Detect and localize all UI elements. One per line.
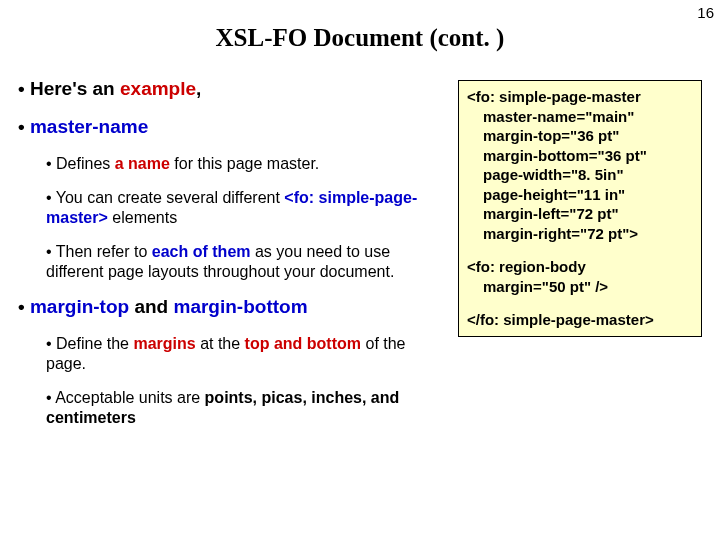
- text-em: master-name: [30, 116, 148, 137]
- code-box: <fo: simple-page-master master-name="mai…: [458, 80, 702, 337]
- code-line: </fo: simple-page-master>: [467, 311, 654, 328]
- text: elements: [108, 209, 177, 226]
- sub-bullet-defines: Defines a name for this page master.: [46, 154, 446, 174]
- sub-bullet-define-margins: Define the margins at the top and bottom…: [46, 334, 446, 374]
- code-line: page-height="11 in": [467, 185, 693, 205]
- text-em: example: [120, 78, 196, 99]
- text: ,: [196, 78, 201, 99]
- text: and: [129, 296, 173, 317]
- code-line: margin-right="72 pt">: [467, 224, 693, 244]
- code-line: margin-left="72 pt": [467, 204, 693, 224]
- content-area: Here's an example, master-name Defines a…: [0, 74, 720, 442]
- code-gap: [467, 296, 693, 310]
- left-column: Here's an example, master-name Defines a…: [18, 74, 458, 442]
- text-em: a name: [115, 155, 170, 172]
- page-number: 16: [697, 4, 714, 21]
- text-em: top and bottom: [245, 335, 361, 352]
- text-em: margin-top: [30, 296, 129, 317]
- code-line: <fo: region-body: [467, 258, 586, 275]
- text: You can create several different: [56, 189, 285, 206]
- code-line: <fo: simple-page-master: [467, 88, 641, 105]
- bullet-margins: margin-top and margin-bottom: [18, 296, 446, 318]
- text: Here's an: [30, 78, 120, 99]
- code-line: margin-top="36 pt": [467, 126, 693, 146]
- text: at the: [196, 335, 245, 352]
- code-line: master-name="main": [467, 107, 693, 127]
- bullet-master-name: master-name: [18, 116, 446, 138]
- code-line: page-width="8. 5in": [467, 165, 693, 185]
- sub-bullet-several: You can create several different <fo: si…: [46, 188, 446, 228]
- sub-bullet-units: Acceptable units are points, picas, inch…: [46, 388, 446, 428]
- code-line: margin-bottom="36 pt": [467, 146, 693, 166]
- text: Acceptable units are: [55, 389, 204, 406]
- text: Defines: [56, 155, 115, 172]
- text: for this page master.: [170, 155, 319, 172]
- code-gap: [467, 243, 693, 257]
- text-em: each of them: [152, 243, 251, 260]
- sub-bullet-refer: Then refer to each of them as you need t…: [46, 242, 446, 282]
- text: Then refer to: [56, 243, 152, 260]
- text-em: margin-bottom: [174, 296, 308, 317]
- text: Define the: [56, 335, 133, 352]
- page-title: XSL-FO Document (cont. ): [0, 0, 720, 52]
- code-line: margin="50 pt" />: [467, 277, 693, 297]
- right-column: <fo: simple-page-master master-name="mai…: [458, 74, 702, 442]
- bullet-example: Here's an example,: [18, 78, 446, 100]
- text-em: margins: [133, 335, 195, 352]
